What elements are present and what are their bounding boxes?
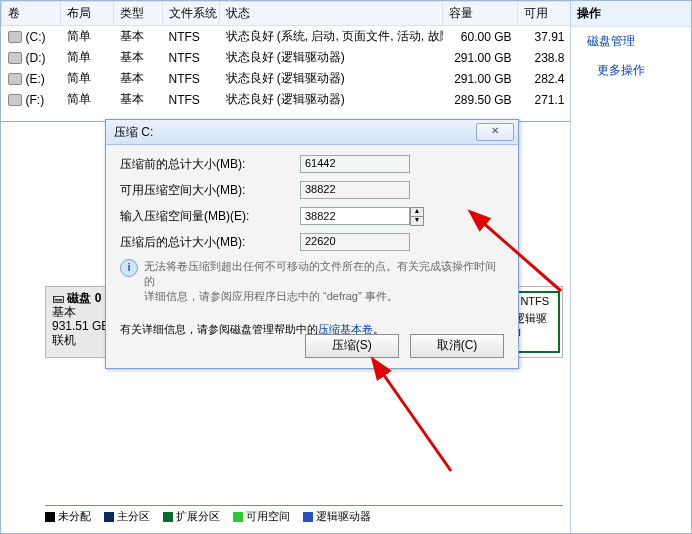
value-avail: 38822: [300, 181, 410, 199]
col-header-status[interactable]: 状态: [220, 2, 443, 26]
swatch-free-icon: [233, 512, 243, 522]
volume-icon: [8, 31, 22, 43]
table-row[interactable]: (E:)简单基本NTFS状态良好 (逻辑驱动器)291.00 GB282.4: [2, 68, 571, 89]
main-pane: 卷 布局 类型 文件系统 状态 容量 可用 (C:)简单基本NTFS状态良好 (…: [1, 1, 571, 533]
spinner-down-icon[interactable]: ▼: [410, 216, 424, 226]
col-header-layout[interactable]: 布局: [61, 2, 114, 26]
close-icon[interactable]: ✕: [476, 123, 514, 141]
col-header-free[interactable]: 可用: [518, 2, 571, 26]
info-box: i 无法将卷压缩到超出任何不可移动的文件所在的点。有关完成该操作时间的 详细信息…: [120, 259, 504, 304]
shrink-button[interactable]: 压缩(S): [305, 334, 399, 358]
legend-logical: 逻辑驱动器: [316, 510, 371, 522]
volume-icon: [8, 94, 22, 106]
swatch-extended-icon: [163, 512, 173, 522]
table-row[interactable]: (F:)简单基本NTFS状态良好 (逻辑驱动器)289.50 GB271.1: [2, 89, 571, 110]
label-total-before: 压缩前的总计大小(MB):: [120, 156, 300, 173]
shrink-dialog: 压缩 C: ✕ 压缩前的总计大小(MB): 61442 可用压缩空间大小(MB)…: [105, 119, 519, 369]
info-icon: i: [120, 259, 138, 277]
cancel-button[interactable]: 取消(C): [410, 334, 504, 358]
disk-type: 基本: [52, 305, 76, 319]
swatch-logical-icon: [303, 512, 313, 522]
spinner-up-icon[interactable]: ▲: [410, 207, 424, 216]
disk-status: 联机: [52, 333, 76, 347]
disk-name: 磁盘 0: [67, 291, 101, 305]
dialog-title: 压缩 C:: [110, 124, 476, 141]
dialog-body: 压缩前的总计大小(MB): 61442 可用压缩空间大小(MB): 38822 …: [106, 145, 518, 345]
shrink-input[interactable]: [300, 207, 410, 225]
dialog-titlebar[interactable]: 压缩 C: ✕: [106, 120, 518, 145]
value-total-after: 22620: [300, 233, 410, 251]
dialog-buttons: 压缩(S) 取消(C): [297, 334, 504, 358]
swatch-unalloc-icon: [45, 512, 55, 522]
actions-pane: 操作 磁盘管理 更多操作: [570, 1, 691, 533]
spinner[interactable]: ▲ ▼: [410, 207, 424, 225]
annotation-arrow-2: [331, 351, 471, 481]
volume-icon: [8, 73, 22, 85]
actions-header: 操作: [571, 1, 691, 27]
table-row[interactable]: (C:)简单基本NTFS状态良好 (系统, 启动, 页面文件, 活动, 故障转储…: [2, 26, 571, 48]
label-total-after: 压缩后的总计大小(MB):: [120, 234, 300, 251]
volume-table: 卷 布局 类型 文件系统 状态 容量 可用 (C:)简单基本NTFS状态良好 (…: [1, 1, 571, 110]
label-avail: 可用压缩空间大小(MB):: [120, 182, 300, 199]
col-header-type[interactable]: 类型: [114, 2, 163, 26]
disk-size: 931.51 GB: [52, 319, 109, 333]
col-header-vol[interactable]: 卷: [2, 2, 61, 26]
volume-table-wrap: 卷 布局 类型 文件系统 状态 容量 可用 (C:)简单基本NTFS状态良好 (…: [1, 1, 571, 122]
disk-icon: 🖴: [52, 291, 67, 305]
label-shrink: 输入压缩空间量(MB)(E):: [120, 208, 300, 225]
col-header-cap[interactable]: 容量: [443, 2, 518, 26]
svg-line-1: [381, 371, 451, 471]
actions-item-more[interactable]: 更多操作: [571, 56, 691, 85]
window: 卷 布局 类型 文件系统 状态 容量 可用 (C:)简单基本NTFS状态良好 (…: [0, 0, 692, 534]
legend-extended: 扩展分区: [176, 510, 220, 522]
volume-icon: [8, 52, 22, 64]
legend-unalloc: 未分配: [58, 510, 91, 522]
swatch-primary-icon: [104, 512, 114, 522]
legend: 未分配 主分区 扩展分区 可用空间 逻辑驱动器: [45, 505, 563, 529]
legend-free: 可用空间: [246, 510, 290, 522]
legend-primary: 主分区: [117, 510, 150, 522]
actions-item-disk-mgmt[interactable]: 磁盘管理: [571, 27, 691, 56]
table-row[interactable]: (D:)简单基本NTFS状态良好 (逻辑驱动器)291.00 GB238.8: [2, 47, 571, 68]
value-total-before: 61442: [300, 155, 410, 173]
col-header-fs[interactable]: 文件系统: [163, 2, 220, 26]
info-text: 无法将卷压缩到超出任何不可移动的文件所在的点。有关完成该操作时间的 详细信息，请…: [144, 259, 504, 304]
